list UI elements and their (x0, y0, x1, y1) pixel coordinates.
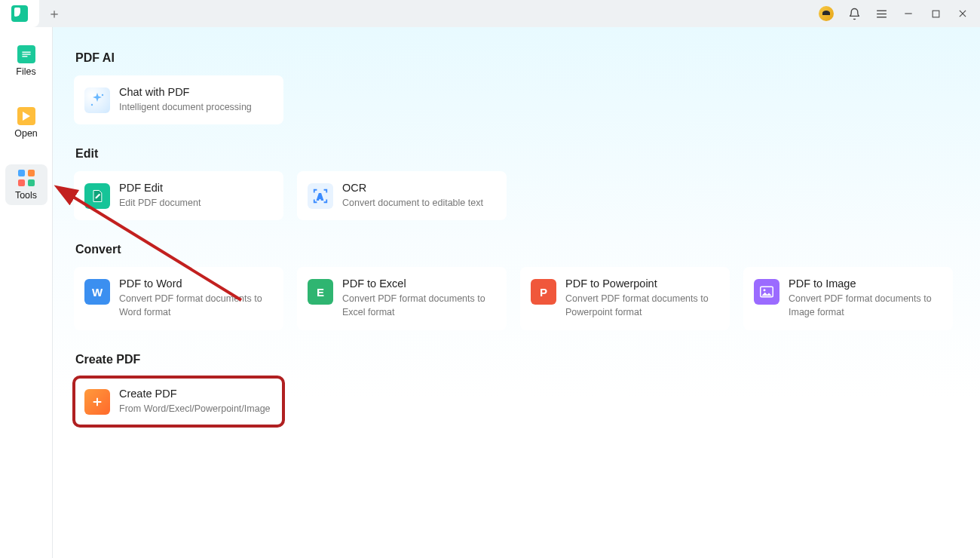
titlebar: ＋ (0, 0, 980, 27)
sidebar-label: Open (14, 128, 38, 139)
card-desc: Convert PDF format documents to Powerpoi… (565, 292, 719, 319)
sidebar-item-open[interactable]: Open (5, 103, 47, 143)
titlebar-right (819, 6, 980, 21)
card-title: OCR (342, 182, 483, 194)
powerpoint-icon: P (531, 279, 556, 305)
card-title: PDF Edit (119, 182, 201, 194)
card-desc: Intelligent document processing (119, 100, 252, 114)
card-pdf-to-word[interactable]: W PDF to Word Convert PDF format documen… (74, 267, 283, 330)
word-icon: W (84, 279, 110, 305)
svg-rect-10 (22, 56, 27, 57)
close-button[interactable] (956, 7, 969, 20)
sidebar-item-files[interactable]: Files (5, 41, 47, 81)
create-pdf-icon (84, 389, 110, 415)
card-title: PDF to Powerpoint (565, 277, 719, 290)
card-desc: Convert PDF format documents to Image fo… (789, 292, 942, 319)
svg-text:A: A (317, 192, 323, 201)
pdf-edit-icon (84, 183, 110, 209)
sidebar-label: Tools (15, 190, 37, 201)
svg-point-17 (764, 290, 766, 292)
card-desc: From Word/Execl/Powerpoint/Image (119, 402, 271, 415)
card-desc: Convert PDF format documents to Word for… (119, 292, 273, 319)
card-pdf-to-image[interactable]: PDF to Image Convert PDF format document… (743, 267, 953, 330)
notifications-icon[interactable] (847, 7, 861, 20)
app-logo-icon (11, 5, 28, 22)
card-title: PDF to Image (789, 277, 942, 290)
ai-sparkle-icon (84, 87, 110, 113)
card-create-pdf[interactable]: Create PDF From Word/Execl/Powerpoint/Im… (74, 377, 283, 426)
card-title: Chat with PDF (119, 86, 252, 98)
excel-icon: E (308, 279, 333, 305)
new-tab-button[interactable]: ＋ (39, 0, 69, 27)
card-title: PDF to Excel (342, 277, 496, 290)
ocr-icon: A (308, 183, 333, 209)
section-title-convert: Convert (75, 243, 959, 256)
sidebar-item-tools[interactable]: Tools (5, 164, 47, 205)
svg-point-14 (91, 104, 93, 106)
svg-rect-9 (22, 54, 30, 54)
app-tab[interactable] (0, 0, 39, 27)
svg-rect-8 (22, 52, 30, 53)
open-icon (17, 107, 35, 125)
section-title-create: Create PDF (75, 353, 959, 366)
sidebar: Files Open Tools (0, 27, 53, 558)
sidebar-label: Files (16, 66, 35, 77)
image-icon (754, 279, 779, 305)
tools-icon (17, 169, 35, 187)
svg-rect-4 (933, 11, 939, 17)
svg-marker-11 (23, 112, 30, 121)
card-desc: Convert PDF format documents to Excel fo… (342, 292, 496, 319)
section-title-pdf-ai: PDF AI (75, 51, 959, 65)
main-content: PDF AI Chat with PDF Intelligent documen… (53, 27, 980, 558)
card-pdf-edit[interactable]: PDF Edit Edit PDF document (74, 171, 283, 220)
user-avatar[interactable] (819, 6, 834, 21)
card-title: PDF to Word (119, 277, 273, 290)
card-chat-with-pdf[interactable]: Chat with PDF Intelligent document proce… (74, 75, 283, 124)
minimize-button[interactable] (902, 7, 915, 20)
card-desc: Edit PDF document (119, 196, 201, 210)
card-desc: Convert document to editable text (342, 196, 483, 210)
maximize-button[interactable] (929, 7, 942, 20)
card-pdf-to-excel[interactable]: E PDF to Excel Convert PDF format docume… (297, 267, 507, 330)
menu-icon[interactable] (874, 7, 888, 20)
card-pdf-to-powerpoint[interactable]: P PDF to Powerpoint Convert PDF format d… (520, 267, 730, 330)
card-title: Create PDF (119, 388, 271, 400)
files-icon (17, 45, 35, 63)
svg-point-13 (102, 94, 103, 96)
section-title-edit: Edit (75, 147, 959, 161)
card-ocr[interactable]: A OCR Convert document to editable text (297, 171, 507, 220)
